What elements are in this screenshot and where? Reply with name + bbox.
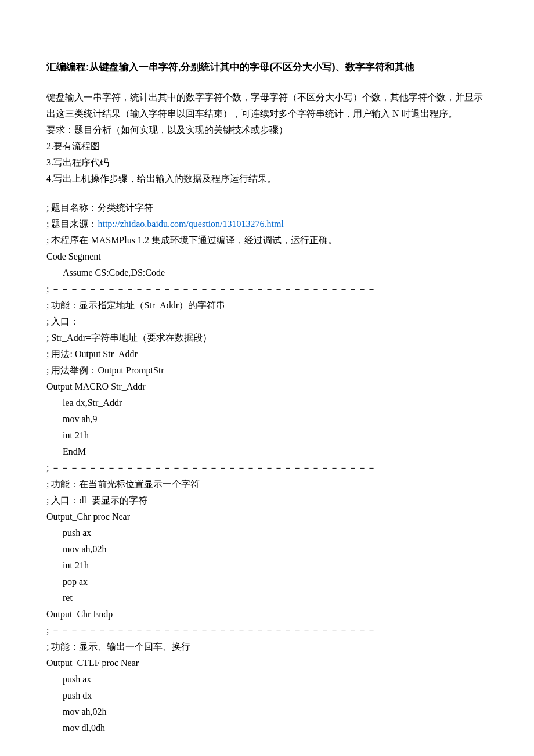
code-line: ret bbox=[46, 590, 488, 606]
code-line: mov ah,02h bbox=[46, 541, 488, 557]
document-title: 汇编编程:从键盘输入一串字符,分别统计其中的字母(不区分大小写)、数字字符和其他 bbox=[46, 59, 488, 77]
code-line: push ax bbox=[46, 525, 488, 541]
code-line: ; －－－－－－－－－－－－－－－－－－－－－－－－－－－－－－－－－－－ bbox=[46, 281, 488, 297]
code-line: pop ax bbox=[46, 574, 488, 590]
source-link[interactable]: http://zhidao.baidu.com/question/1310132… bbox=[98, 219, 283, 229]
code-line: push ax bbox=[46, 671, 488, 687]
code-line: Code Segment bbox=[46, 249, 488, 265]
intro-r4: 4.写出上机操作步骤，给出输入的数据及程序运行结果。 bbox=[46, 171, 488, 187]
code-line: EndM bbox=[46, 444, 488, 460]
intro-r2: 2.要有流程图 bbox=[46, 138, 488, 154]
code-line: mov ah,02h bbox=[46, 704, 488, 720]
code-line: Assume CS:Code,DS:Code bbox=[46, 265, 488, 281]
code-line: Output MACRO Str_Addr bbox=[46, 379, 488, 395]
code-line: Output_CTLF proc Near bbox=[46, 655, 488, 671]
code-line: int 21h bbox=[46, 427, 488, 444]
code-line: Output_Chr Endp bbox=[46, 606, 488, 622]
code-line: mov dl,0dh bbox=[46, 720, 488, 736]
intro-p1: 键盘输入一串字符，统计出其中的数字字符个数，字母字符（不区分大小写）个数，其他字… bbox=[46, 89, 488, 122]
code-line: Output_Chr proc Near bbox=[46, 509, 488, 525]
code-line: mov ah,9 bbox=[46, 411, 488, 427]
code-listing: ; 题目名称：分类统计字符 ; 题目来源：http://zhidao.baidu… bbox=[46, 200, 488, 736]
code-line: ; 用法: Output Str_Addr bbox=[46, 346, 488, 362]
code-line: push dx bbox=[46, 687, 488, 704]
code-line: ; 功能：在当前光标位置显示一个字符 bbox=[46, 476, 488, 492]
intro-r3: 3.写出程序代码 bbox=[46, 154, 488, 171]
code-line: ; －－－－－－－－－－－－－－－－－－－－－－－－－－－－－－－－－－－ bbox=[46, 460, 488, 476]
code-line: ; 功能：显示、输出一个回车、换行 bbox=[46, 639, 488, 655]
code-line: ; 功能：显示指定地址（Str_Addr）的字符串 bbox=[46, 297, 488, 314]
code-line: ; 入口： bbox=[46, 314, 488, 330]
header-rule bbox=[46, 35, 488, 35]
code-line: ; 用法举例：Output PromptStr bbox=[46, 362, 488, 379]
code-line: ; －－－－－－－－－－－－－－－－－－－－－－－－－－－－－－－－－－－ bbox=[46, 622, 488, 639]
code-line: ; 入口：dl=要显示的字符 bbox=[46, 492, 488, 509]
code-line: lea dx,Str_Addr bbox=[46, 395, 488, 411]
intro-req: 要求：题目分析（如何实现，以及实现的关键技术或步骤） bbox=[46, 122, 488, 138]
document-page: 汇编编程:从键盘输入一串字符,分别统计其中的字母(不区分大小写)、数字字符和其他… bbox=[0, 0, 534, 756]
code-line: ; 题目来源：http://zhidao.baidu.com/question/… bbox=[46, 216, 488, 232]
code-line: ; 本程序在 MASMPlus 1.2 集成环境下通过编译，经过调试，运行正确。 bbox=[46, 232, 488, 249]
intro-paragraph: 键盘输入一串字符，统计出其中的数字字符个数，字母字符（不区分大小写）个数，其他字… bbox=[46, 89, 488, 187]
code-line: ; 题目名称：分类统计字符 bbox=[46, 200, 488, 216]
code-text: ; 题目来源： bbox=[46, 219, 98, 229]
code-line: ; Str_Addr=字符串地址（要求在数据段） bbox=[46, 330, 488, 346]
code-line: int 21h bbox=[46, 557, 488, 574]
